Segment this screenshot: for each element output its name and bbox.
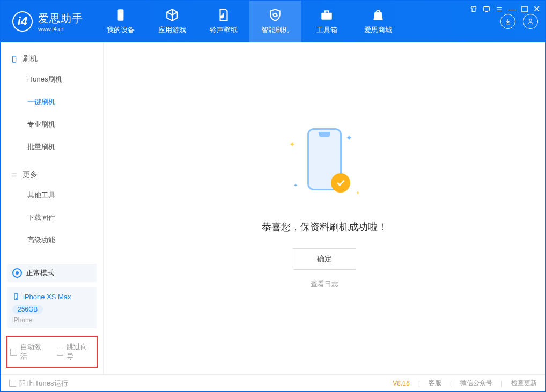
list-icon	[10, 171, 18, 179]
logo-icon: i4	[12, 11, 33, 32]
footer-link-support[interactable]: 客服	[429, 379, 441, 388]
svg-rect-0	[484, 6, 490, 11]
separator: |	[450, 380, 452, 387]
sidebar-item-pro-flash[interactable]: 专业刷机	[1, 113, 103, 136]
ok-button[interactable]: 确定	[293, 248, 356, 270]
success-panel: ✦ ✦ ✦ ✦ 恭喜您，保资料刷机成功啦！ 确定 查看日志	[262, 128, 387, 289]
spacer	[1, 252, 103, 261]
phone-icon	[114, 8, 128, 22]
checkbox-auto-activate[interactable]: 自动激活	[10, 342, 47, 361]
svg-rect-2	[118, 9, 124, 21]
sidebar-group-title: 刷机	[23, 54, 38, 64]
nav-tab-apps[interactable]: 应用游戏	[146, 1, 198, 42]
checkbox-label: 自动激活	[20, 342, 47, 361]
checkbox-block-itunes[interactable]: 阻止iTunes运行	[9, 379, 68, 388]
success-illustration: ✦ ✦ ✦ ✦	[282, 128, 367, 209]
view-log-link[interactable]: 查看日志	[262, 279, 387, 289]
sidebar-group-title: 更多	[23, 170, 38, 180]
device-mode-label: 正常模式	[26, 268, 54, 278]
nav-tab-device[interactable]: 我的设备	[95, 1, 146, 42]
checkbox-icon	[57, 349, 64, 356]
menu-icon[interactable]	[496, 5, 503, 13]
sidebar-item-itunes-flash[interactable]: iTunes刷机	[1, 68, 103, 91]
brand-url: www.i4.cn	[38, 26, 83, 32]
svg-rect-5	[12, 56, 16, 62]
nav-tab-label: 智能刷机	[261, 25, 289, 35]
body: 刷机 iTunes刷机 一键刷机 专业刷机 批量刷机 更多 其他工具 下载固件 …	[1, 42, 545, 374]
sidebar-item-oneclick-flash[interactable]: 一键刷机	[1, 91, 103, 113]
sparkle-icon: ✦	[356, 190, 360, 196]
close-button[interactable]: ✕	[533, 4, 540, 14]
separator: |	[418, 380, 420, 387]
app-window: — ✕ i4 爱思助手 www.i4.cn 我的设备 应用游戏 铃声壁纸	[0, 0, 546, 392]
device-info-box[interactable]: iPhone XS Max 256GB iPhone	[7, 287, 97, 328]
checkbox-icon	[9, 380, 16, 387]
nav-tab-label: 应用游戏	[158, 25, 186, 35]
window-controls: — ✕	[470, 4, 540, 14]
svg-point-4	[529, 19, 532, 21]
device-icon	[10, 55, 18, 63]
phone-outline-icon	[12, 292, 20, 301]
nav-tab-ringtones[interactable]: 铃声壁纸	[198, 1, 249, 42]
nav-tab-toolbox[interactable]: 工具箱	[301, 1, 352, 42]
sidebar-group-flash: 刷机 iTunes刷机 一键刷机 专业刷机 批量刷机	[1, 42, 103, 158]
nav-tab-store[interactable]: 爱思商城	[352, 1, 404, 42]
nav-tabs: 我的设备 应用游戏 铃声壁纸 智能刷机 工具箱 爱思商城	[95, 1, 404, 42]
brand-name: 爱思助手	[38, 11, 83, 26]
footer-link-wechat[interactable]: 微信公众号	[460, 379, 492, 388]
sparkle-icon: ✦	[346, 134, 352, 142]
version-label: V8.16	[393, 380, 409, 387]
checkbox-skip-guide[interactable]: 跳过向导	[57, 342, 94, 361]
nav-tab-label: 工具箱	[316, 25, 337, 35]
sidebar-group-more: 更多 其他工具 下载固件 高级功能	[1, 158, 103, 252]
sidebar: 刷机 iTunes刷机 一键刷机 专业刷机 批量刷机 更多 其他工具 下载固件 …	[1, 42, 104, 374]
svg-rect-1	[522, 6, 527, 12]
nav-tab-label: 爱思商城	[364, 25, 392, 35]
footer-right: V8.16 | 客服 | 微信公众号 | 检查更新	[393, 379, 537, 388]
sidebar-item-other-tools[interactable]: 其他工具	[1, 184, 103, 206]
device-mode-box[interactable]: 正常模式	[7, 264, 97, 282]
header-right	[500, 14, 538, 29]
checkbox-label: 阻止iTunes运行	[19, 379, 68, 388]
feedback-icon[interactable]	[483, 5, 490, 13]
download-button[interactable]	[500, 14, 515, 29]
options-highlight: 自动激活 跳过向导	[6, 336, 98, 368]
checkbox-icon	[10, 349, 17, 356]
device-storage: 256GB	[12, 305, 43, 314]
footer-link-update[interactable]: 检查更新	[511, 379, 537, 388]
sidebar-item-batch-flash[interactable]: 批量刷机	[1, 136, 103, 158]
svg-rect-3	[321, 13, 332, 20]
check-badge-icon	[331, 173, 350, 193]
maximize-button[interactable]	[521, 6, 528, 12]
shirt-icon[interactable]	[470, 5, 477, 13]
nav-tab-flash[interactable]: 智能刷机	[249, 1, 301, 42]
sidebar-group-head: 刷机	[1, 50, 103, 68]
download-icon	[504, 18, 512, 25]
account-button[interactable]	[523, 14, 538, 29]
sidebar-group-head: 更多	[1, 166, 103, 184]
nav-tab-label: 铃声壁纸	[210, 25, 238, 35]
logo-text: 爱思助手 www.i4.cn	[38, 11, 83, 32]
music-file-icon	[217, 8, 231, 22]
checkbox-label: 跳过向导	[67, 342, 93, 361]
sparkle-icon: ✦	[289, 140, 296, 149]
main-content: ✦ ✦ ✦ ✦ 恭喜您，保资料刷机成功啦！ 确定 查看日志	[104, 42, 545, 374]
minimize-button[interactable]: —	[508, 5, 516, 13]
bag-icon	[371, 8, 385, 22]
success-message: 恭喜您，保资料刷机成功啦！	[262, 220, 387, 233]
svg-point-7	[16, 299, 16, 299]
header: — ✕ i4 爱思助手 www.i4.cn 我的设备 应用游戏 铃声壁纸	[1, 1, 545, 42]
cube-icon	[165, 8, 179, 22]
sparkle-icon: ✦	[293, 182, 298, 188]
device-type: iPhone	[12, 316, 91, 324]
user-icon	[527, 18, 534, 25]
status-dot-icon	[12, 268, 22, 278]
logo-area: i4 爱思助手 www.i4.cn	[1, 11, 95, 32]
briefcase-icon	[320, 8, 334, 22]
footer: 阻止iTunes运行 V8.16 | 客服 | 微信公众号 | 检查更新	[1, 374, 545, 391]
nav-tab-label: 我的设备	[107, 25, 135, 35]
sidebar-item-download-firmware[interactable]: 下载固件	[1, 206, 103, 229]
device-name: iPhone XS Max	[12, 292, 91, 301]
sidebar-item-advanced[interactable]: 高级功能	[1, 229, 103, 252]
separator: |	[501, 380, 503, 387]
